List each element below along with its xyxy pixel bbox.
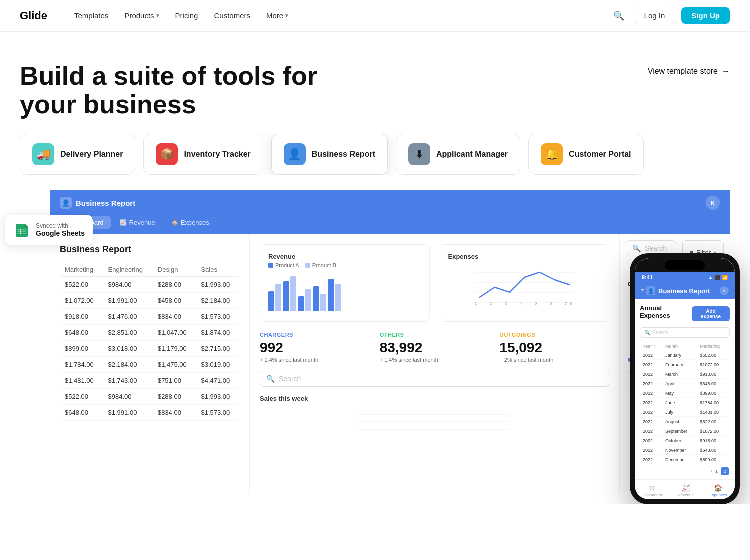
phone-table-cell: $522.00: [698, 418, 729, 426]
table-cell: $1,476.00: [104, 309, 153, 325]
search-icon[interactable]: 🔍: [610, 7, 628, 25]
table-cell: $1,481.00: [60, 373, 104, 389]
phone-search[interactable]: 🔍 Search: [640, 328, 730, 338]
phone-table-row: 2022August$522.00: [641, 418, 729, 426]
phone-table-cell: March: [664, 370, 697, 379]
phone-section-title: Annual Expenses: [640, 304, 692, 320]
sheets-badge-text: Synced with Google Sheets: [36, 222, 85, 238]
phone-table-row: 2022April$648.00: [641, 380, 729, 388]
phone-nav-dashboard[interactable]: ⊙ Dashboard: [643, 484, 662, 498]
table-cell: $1,573.00: [196, 309, 240, 325]
bar-a-2: [284, 282, 290, 312]
inventory-tracker-icon: 📦: [156, 144, 178, 166]
phone-table-cell: 2022: [641, 428, 662, 436]
phone-table-cell: 2022: [641, 390, 662, 398]
tab-customer-portal-label: Customer Portal: [569, 150, 631, 159]
nav-customers[interactable]: Customers: [207, 8, 258, 24]
phone-menu-icon: ≡: [641, 288, 644, 294]
bottom-search-bar[interactable]: 🔍 Search: [260, 371, 610, 387]
table-cell: $3,019.00: [196, 357, 240, 373]
app-header-close[interactable]: K: [706, 196, 720, 210]
phone-table-cell: 2022: [641, 370, 662, 379]
phone-nav-expenses[interactable]: 🏠 Expenses: [710, 484, 727, 498]
legend-dot-a: [268, 263, 274, 268]
right-search-placeholder: Search: [645, 244, 667, 252]
phone-table-cell: $918.00: [698, 370, 729, 379]
phone-close-button[interactable]: ✕: [720, 286, 729, 296]
table-cell: $1,179.00: [153, 341, 196, 357]
tab-applicant-manager[interactable]: ⬇ Applicant Manager: [396, 134, 520, 175]
table-row: $1,784.00$2,184.00$1,475.00$3,019.00: [60, 357, 240, 373]
phone-table-cell: October: [664, 437, 697, 446]
phone-app-header: ≡ 👤 Business Report ✕: [635, 282, 735, 300]
phone-header-row: Annual Expenses Add expense: [640, 304, 730, 324]
stat-chargers-label: CHARGERS: [260, 332, 370, 338]
col-marketing: Marketing: [60, 263, 104, 277]
phone-table-cell: August: [664, 418, 697, 426]
app-header-user-icon: 👤: [60, 197, 72, 209]
login-button[interactable]: Log In: [634, 7, 676, 24]
sales-week-svg: [260, 404, 610, 434]
phone-table-row: 2022December$899.00: [641, 456, 729, 464]
tab-business-report[interactable]: 👤 Business Report: [272, 134, 388, 175]
tab-delivery-planner-label: Delivery Planner: [60, 150, 123, 159]
phone-content: Annual Expenses Add expense 🔍 Search Yea…: [635, 300, 735, 480]
products-chevron-icon: ▾: [156, 12, 160, 19]
table-cell: $648.00: [60, 405, 104, 421]
tab-inventory-tracker-label: Inventory Tracker: [184, 150, 250, 159]
sales-this-week-section: Sales this week: [260, 395, 610, 436]
table-row: $648.00$1,991.00$834.00$1,573.00: [60, 405, 240, 421]
tab-delivery-planner[interactable]: 🚚 Delivery Planner: [20, 134, 136, 175]
app-tab-revenue[interactable]: 📈 Revenue: [113, 216, 162, 230]
tab-inventory-tracker[interactable]: 📦 Inventory Tracker: [144, 134, 263, 175]
stat-others: OTHERS 83,992 + 1.4% since last month: [380, 332, 490, 363]
table-cell: $1,991.00: [104, 405, 153, 421]
table-row: $1,072.00$1,991.00$458.00$2,184.00: [60, 293, 240, 309]
nav-products[interactable]: Products ▾: [118, 8, 166, 24]
app-tab-expenses[interactable]: 🏠 Expenses: [164, 216, 216, 230]
phone-table-row: 2022January$552.00: [641, 352, 729, 360]
stat-outgoings: OUTGOINGS 15,092 + 2% since last month: [500, 332, 610, 363]
nav-templates[interactable]: Templates: [68, 8, 116, 24]
logo[interactable]: Glide: [20, 10, 48, 22]
table-cell: $1,991.00: [104, 293, 153, 309]
table-cell: $3,018.00: [104, 341, 153, 357]
middle-panel: Revenue Product A Product B: [250, 234, 620, 494]
svg-text:7: 7: [564, 302, 567, 306]
right-search-icon: 🔍: [632, 244, 641, 252]
bar-b-3: [306, 289, 312, 312]
tab-customer-portal[interactable]: 🔔 Customer Portal: [528, 134, 644, 175]
hero-section: Build a suite of tools for your business…: [0, 32, 750, 134]
table-cell: $2,184.00: [104, 357, 153, 373]
svg-rect-4: [20, 229, 22, 234]
revenue-chart: Revenue Product A Product B: [260, 244, 430, 322]
table-cell: $522.00: [60, 277, 104, 293]
nav-more[interactable]: More ▾: [260, 8, 296, 24]
data-table: Marketing Engineering Design Sales $522.…: [60, 263, 240, 421]
view-template-store-link[interactable]: View template store →: [648, 62, 730, 76]
nav-pricing[interactable]: Pricing: [168, 8, 206, 24]
phone-col-month: Month: [664, 343, 697, 350]
phone-table-cell: December: [664, 456, 697, 464]
phone-table-cell: 2022: [641, 380, 662, 388]
phone-table-row: 2022June$1784.00: [641, 399, 729, 408]
phone-nav-revenue[interactable]: 📈 Revenue: [678, 484, 694, 498]
signup-button[interactable]: Sign Up: [682, 8, 730, 24]
revenue-legend: Product A Product B: [268, 262, 422, 268]
col-sales: Sales: [196, 263, 240, 277]
phone-add-expense-button[interactable]: Add expense: [692, 306, 730, 322]
svg-text:4: 4: [520, 302, 522, 306]
bar-b-2: [290, 276, 296, 312]
table-cell: $1,047.00: [153, 325, 196, 341]
table-row: $522.00$984.00$288.00$1,993.00: [60, 277, 240, 293]
table-cell: $288.00: [153, 389, 196, 405]
phone-table-row: 2022February$1072.00: [641, 361, 729, 370]
stat-outgoings-value: 15,092: [500, 340, 610, 356]
phone-page-2[interactable]: 2: [721, 468, 729, 476]
mobile-phone: 9:41 ▲ ⬛ 📶 ≡ 👤 Business Report ✕: [630, 254, 740, 504]
bar-chart: [268, 274, 422, 314]
stat-others-change: + 1.4% since last month: [380, 357, 490, 363]
table-cell: $1,743.00: [104, 373, 153, 389]
legend-dot-b: [306, 263, 310, 268]
app-header-title: Business Report: [76, 199, 136, 208]
